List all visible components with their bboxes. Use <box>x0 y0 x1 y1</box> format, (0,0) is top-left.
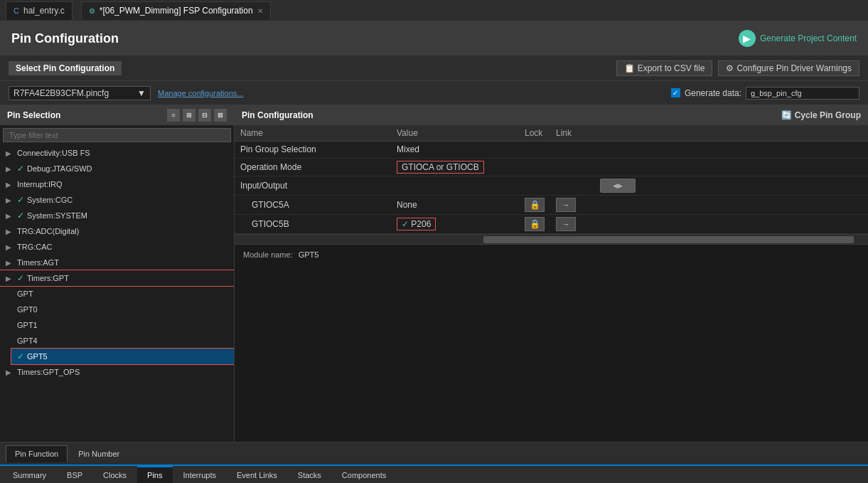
tab-pin-number[interactable]: Pin Number <box>69 445 129 462</box>
tab-hal-label: hal_entry.c <box>23 6 65 16</box>
table-row: Operation Mode GTIOCA or GTIOCB <box>235 158 868 176</box>
tab-stacks[interactable]: Stacks <box>288 466 331 483</box>
config-file-icon: ⚙ <box>89 7 95 15</box>
config-dropdown-value: R7FA4E2B93CFM.pincfg <box>14 88 109 98</box>
row-actions-input-output[interactable]: ◀▶ <box>593 176 868 195</box>
row-link-gtioc5a[interactable]: → <box>550 195 593 214</box>
toggle-button[interactable]: ◀▶ <box>600 179 636 193</box>
tab-clocks[interactable]: Clocks <box>93 466 136 483</box>
tree-item-timers-gpt-ops[interactable]: ▶ Timers:GPT_OPS <box>0 364 234 380</box>
expand-icon[interactable]: ⊟ <box>198 109 211 122</box>
lock-icon-gtioc5a[interactable]: 🔒 <box>525 198 545 212</box>
module-name-area: Module name: GPT5 <box>235 244 868 442</box>
tree-item-gpt0[interactable]: GPT0 <box>11 302 234 317</box>
arrow-icon: ▶ <box>6 259 14 267</box>
link-arrow-gtioc5b[interactable]: → <box>556 217 576 231</box>
tab-interrupts[interactable]: Interrupts <box>173 466 226 483</box>
config-row: R7FA4E2B93CFM.pincfg ▼ Manage configurat… <box>0 81 868 105</box>
row-name-operation-mode: Operation Mode <box>235 158 391 176</box>
tree-item-gpt4[interactable]: GPT4 <box>11 333 234 349</box>
table-row: Pin Group Selection Mixed <box>235 141 868 158</box>
row-lock-gtioc5b[interactable]: 🔒 <box>519 214 550 233</box>
tab-bsp[interactable]: BSP <box>57 466 92 483</box>
pin-function-area: Pin Function Pin Number <box>0 442 868 465</box>
row-link-input-output <box>550 176 593 195</box>
table-row: GTIOC5B ✓ P206 🔒 → <box>235 214 868 233</box>
row-lock-operation-mode <box>519 158 550 176</box>
tree-item-gpt1[interactable]: GPT1 <box>11 317 234 333</box>
select-pin-config-label: Select Pin Configuration <box>9 61 122 75</box>
close-tab-icon[interactable]: ✕ <box>257 7 263 15</box>
row-value-operation-mode[interactable]: GTIOCA or GTIOCB <box>391 158 519 176</box>
tree-item-debug[interactable]: ▶ ✓ Debug:JTAG/SWD <box>0 161 234 176</box>
app-header: Pin Configuration ▶ Generate Project Con… <box>0 21 868 55</box>
arrow-icon: ▶ <box>6 196 14 204</box>
tree-item-trg-adc[interactable]: ▶ TRG:ADC(Digital) <box>0 223 234 239</box>
check-icon: ✓ <box>17 195 24 205</box>
row-value-pin-group: Mixed <box>391 141 519 158</box>
pin-selection-header: Pin Selection ≡ ⊞ ⊟ ⊠ <box>0 105 234 125</box>
export-label: Export to CSV file <box>638 63 705 73</box>
arrow-icon: ▶ <box>6 181 14 189</box>
export-csv-button[interactable]: 📋 Export to CSV file <box>616 60 713 76</box>
generate-data-section: ✓ Generate data: <box>671 87 859 100</box>
export-icon: 📋 <box>624 63 635 73</box>
module-name-value: GPT5 <box>299 250 319 259</box>
generate-data-input[interactable] <box>746 87 859 100</box>
tree-label: GPT4 <box>17 336 38 345</box>
row-actions-pin-group <box>593 141 868 158</box>
manage-configurations-link[interactable]: Manage configurations... <box>158 89 243 97</box>
tree-label: Connectivity:USB FS <box>17 149 90 157</box>
generate-icon: ▶ <box>739 30 756 47</box>
title-bar: C hal_entry.c ⚙ *[06_PWM_Dimming] FSP Co… <box>0 0 868 21</box>
tree-label: Timers:GPT <box>27 274 69 282</box>
row-name-input-output: Input/Output <box>235 176 391 195</box>
tree-item-connectivity[interactable]: ▶ Connectivity:USB FS <box>0 145 234 161</box>
tab-hal-entry[interactable]: C hal_entry.c <box>6 1 73 20</box>
app-title: Pin Configuration <box>11 31 119 46</box>
grid-view-icon[interactable]: ⊞ <box>183 109 195 122</box>
pin-config-title: Pin Configuration <box>242 110 314 120</box>
tab-pin-function[interactable]: Pin Function <box>6 445 68 462</box>
row-value-gtioc5a[interactable]: None <box>391 195 519 214</box>
tree-item-trg-cac[interactable]: ▶ TRG:CAC <box>0 239 234 255</box>
link-arrow-gtioc5a[interactable]: → <box>556 198 576 212</box>
tree-item-system-cgc[interactable]: ▶ ✓ System:CGC <box>0 192 234 208</box>
tree-item-gpt5[interactable]: ✓ GPT5 <box>11 349 234 364</box>
tree-label: GPT0 <box>17 305 38 314</box>
generate-project-button[interactable]: ▶ Generate Project Content <box>739 30 857 47</box>
tab-fsp-config[interactable]: ⚙ *[06_PWM_Dimming] FSP Configuration ✕ <box>81 1 271 20</box>
tab-fsp-label: *[06_PWM_Dimming] FSP Configuration <box>100 6 253 16</box>
tree-item-system-system[interactable]: ▶ ✓ System:SYSTEM <box>0 208 234 223</box>
configure-warnings-button[interactable]: ⚙ Configure Pin Driver Warnings <box>718 60 859 76</box>
generate-data-checkbox[interactable]: ✓ <box>671 88 680 97</box>
row-value-gtioc5b[interactable]: ✓ P206 <box>391 214 519 233</box>
dropdown-arrow-icon: ▼ <box>137 88 146 98</box>
gtioc5b-value: ✓ P206 <box>397 218 436 230</box>
check-icon: ✓ <box>17 273 24 283</box>
tree-container: ▶ Connectivity:USB FS ▶ ✓ Debug:JTAG/SWD… <box>0 145 234 442</box>
tree-item-timers-gpt[interactable]: ▶ ✓ Timers:GPT <box>0 270 234 286</box>
row-link-gtioc5b[interactable]: → <box>550 214 593 233</box>
tab-pins[interactable]: Pins <box>137 466 172 483</box>
tree-item-timers-agt[interactable]: ▶ Timers:AGT <box>0 255 234 270</box>
lock-icon-gtioc5b[interactable]: 🔒 <box>525 217 545 231</box>
cycle-pin-group-button[interactable]: 🔄 Cycle Pin Group <box>781 110 861 120</box>
scrollbar-thumb[interactable] <box>483 236 854 243</box>
list-view-icon[interactable]: ≡ <box>167 109 180 122</box>
horizontal-scrollbar[interactable] <box>235 234 868 244</box>
tab-summary[interactable]: Summary <box>3 466 56 483</box>
row-lock-gtioc5a[interactable]: 🔒 <box>519 195 550 214</box>
collapse-icon[interactable]: ⊠ <box>214 109 227 122</box>
tab-components[interactable]: Components <box>332 466 396 483</box>
arrow-icon: ▶ <box>6 165 14 173</box>
col-value-header: Value <box>391 125 519 141</box>
config-dropdown[interactable]: R7FA4E2B93CFM.pincfg ▼ <box>9 86 151 100</box>
tab-event-links[interactable]: Event Links <box>227 466 287 483</box>
table-header-row: Name Value Lock Link <box>235 125 868 141</box>
table-row: Input/Output ◀▶ <box>235 176 868 195</box>
filter-input[interactable] <box>3 128 231 142</box>
tree-item-gpt[interactable]: GPT <box>11 286 234 302</box>
tree-item-interrupt[interactable]: ▶ Interrupt:IRQ <box>0 176 234 192</box>
cycle-icon: 🔄 <box>781 110 792 120</box>
